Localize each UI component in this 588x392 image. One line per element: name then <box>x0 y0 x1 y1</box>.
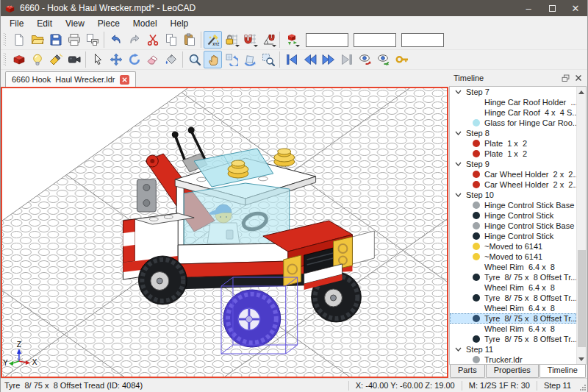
toolbar-drag-handle[interactable] <box>3 52 7 67</box>
timeline-part-row[interactable]: ~Moved to 6141 <box>450 241 576 252</box>
timeline-step-row[interactable]: Step 10 <box>450 190 576 200</box>
snap-rotate-button[interactable] <box>259 31 277 49</box>
timeline-part-row[interactable]: Tyre 8/ 75 x 8 Offset Tr... <box>450 313 576 324</box>
hide-piece-button[interactable] <box>356 51 374 68</box>
transform-mode-button[interactable] <box>282 31 301 49</box>
timeline-part-row[interactable]: Wheel Rim 6.4 x 8 <box>450 282 576 293</box>
timeline-part-row[interactable]: Plate 1 x 2 <box>450 138 576 149</box>
timeline-part-row[interactable]: Hinge Car Roof Holder ... <box>450 97 576 107</box>
chevron-expanded-icon[interactable] <box>455 162 462 166</box>
snap-move-button[interactable] <box>240 31 259 49</box>
roll-button[interactable] <box>240 51 259 68</box>
previous-step-button[interactable] <box>301 51 319 68</box>
scrollbar-thumb[interactable] <box>578 250 586 347</box>
last-step-button[interactable] <box>337 51 356 68</box>
scroll-up-button[interactable] <box>577 87 586 97</box>
timeline-part-row[interactable]: Tyre 8/ 75 x 8 Offset Tr... <box>450 334 576 344</box>
menu-piece[interactable]: Piece <box>91 17 126 30</box>
print-preview-button[interactable] <box>83 31 101 49</box>
part-color-icon <box>473 222 480 229</box>
timeline-step-row[interactable]: Step 11 <box>450 344 576 354</box>
first-step-button[interactable] <box>282 51 301 68</box>
timeline-part-row[interactable]: Wheel Rim 6.4 x 8 <box>450 324 576 334</box>
timeline-part-row[interactable]: Hinge Control Stick Base <box>450 200 576 210</box>
selected-wheel[interactable] <box>223 290 281 347</box>
select-button[interactable] <box>88 51 107 68</box>
dock-tab-parts[interactable]: Parts <box>450 365 485 378</box>
move-button[interactable] <box>107 51 125 68</box>
menu-edit[interactable]: Edit <box>30 17 59 30</box>
timeline-part-row[interactable]: Trucker.ldr <box>450 354 576 365</box>
show-piece-button[interactable] <box>374 51 392 68</box>
timeline-part-row[interactable]: ~Moved to 6141 <box>450 252 576 262</box>
menu-view[interactable]: View <box>59 17 91 30</box>
menu-file[interactable]: File <box>3 17 30 30</box>
next-step-button[interactable] <box>319 51 337 68</box>
delete-button[interactable] <box>143 51 162 68</box>
pan-button[interactable] <box>204 51 222 68</box>
document-tab[interactable]: 6660 Hook Haul Wrecker.ldr <box>5 71 136 87</box>
dock-tab-properties[interactable]: Properties <box>486 365 539 378</box>
timeline-part-row[interactable]: Hinge Car Roof 4 x 4 S... <box>450 107 576 118</box>
camera-button[interactable] <box>65 51 83 68</box>
float-panel-button[interactable] <box>559 72 572 84</box>
print-button[interactable] <box>65 31 83 49</box>
insert-piece-button[interactable] <box>10 51 28 68</box>
timeline-part-row[interactable]: Hinge Control Stick <box>450 231 576 241</box>
resize-grip[interactable] <box>578 379 587 392</box>
close-button[interactable]: ✕ <box>564 0 587 16</box>
tab-close-icon[interactable] <box>120 75 129 85</box>
dock-tab-timeline[interactable]: Timeline <box>539 364 586 378</box>
timeline-step-row[interactable]: Step 7 <box>450 87 576 97</box>
timeline-part-row[interactable]: Hinge Control Stick <box>450 210 576 221</box>
cut-button[interactable] <box>143 31 162 49</box>
maximize-button[interactable] <box>540 0 564 16</box>
timeline-scrollbar[interactable] <box>576 87 586 364</box>
transform-x-input[interactable] <box>306 33 348 47</box>
timeline-part-row[interactable]: Glass for Hinge Car Roo... <box>450 118 576 128</box>
rotate-button[interactable] <box>125 51 143 68</box>
timeline-part-row[interactable]: Car Wheel Holder 2 x 2... <box>450 169 576 179</box>
part-label: Wheel Rim 6.4 x 8 <box>484 324 555 334</box>
light-button[interactable] <box>28 51 46 68</box>
timeline-part-row[interactable]: Wheel Rim 6.4 x 8 <box>450 262 576 272</box>
scroll-down-button[interactable] <box>577 354 586 364</box>
chevron-expanded-icon[interactable] <box>455 193 462 197</box>
spotlight-button[interactable] <box>46 51 65 68</box>
undo-button[interactable] <box>107 31 125 49</box>
timeline-part-row[interactable]: Tyre 8/ 75 x 8 Offset Tr... <box>450 293 576 303</box>
rotate-view-button[interactable] <box>222 51 240 68</box>
timeline-part-row[interactable]: Wheel Rim 6.4 x 8 <box>450 303 576 313</box>
viewport-3d[interactable]: Z X Y <box>1 87 448 378</box>
add-keys-button[interactable] <box>392 51 411 68</box>
leocad-brick-icon <box>4 3 15 14</box>
zoom-region-button[interactable] <box>259 51 277 68</box>
toolbar-drag-handle[interactable] <box>3 32 7 47</box>
chevron-expanded-icon[interactable] <box>455 90 462 94</box>
paste-button[interactable] <box>180 31 198 49</box>
timeline-part-row[interactable]: Car Wheel Holder 2 x 2... <box>450 179 576 190</box>
timeline-part-row[interactable]: Hinge Control Stick Base <box>450 221 576 231</box>
open-file-button[interactable] <box>28 31 46 49</box>
transform-z-input[interactable] <box>401 33 444 47</box>
timeline-step-row[interactable]: Step 9 <box>450 159 576 169</box>
copy-button[interactable] <box>162 31 180 49</box>
transform-y-input[interactable] <box>354 33 396 47</box>
lock-menu-button[interactable] <box>222 31 240 49</box>
close-panel-button[interactable] <box>572 72 584 84</box>
chevron-expanded-icon[interactable] <box>455 347 462 352</box>
paint-button[interactable] <box>162 51 180 68</box>
relative-transform-button[interactable]: XYZ <box>204 31 222 49</box>
redo-button[interactable] <box>125 31 143 49</box>
timeline-part-row[interactable]: Tyre 8/ 75 x 8 Offset Tr... <box>450 272 576 282</box>
save-file-button[interactable] <box>46 31 65 49</box>
timeline-step-row[interactable]: Step 8 <box>450 128 576 138</box>
previous-step-icon <box>304 53 317 66</box>
timeline-part-row[interactable]: Plate 1 x 2 <box>450 149 576 159</box>
new-file-button[interactable] <box>10 31 28 49</box>
menu-help[interactable]: Help <box>164 17 196 30</box>
menu-model[interactable]: Model <box>126 17 164 30</box>
minimize-button[interactable]: – <box>517 0 540 16</box>
zoom-button[interactable] <box>185 51 204 68</box>
chevron-expanded-icon[interactable] <box>455 131 462 135</box>
